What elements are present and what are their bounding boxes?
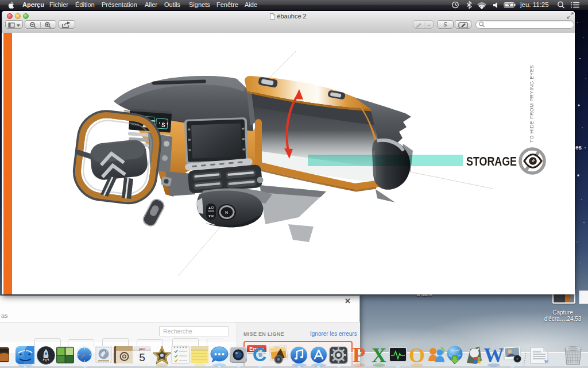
svg-text:TO HIDE FROM PRYING EYES: TO HIDE FROM PRYING EYES: [529, 65, 535, 143]
svg-text:▼R: ▼R: [208, 214, 214, 218]
svg-text:STORAGE: STORAGE: [466, 154, 517, 168]
svg-text:'S': 'S': [157, 121, 169, 129]
svg-text:▲D: ▲D: [208, 206, 214, 209]
svg-text:w: w: [544, 358, 548, 364]
svg-text:5: 5: [139, 351, 145, 363]
svg-text:juin: juin: [138, 347, 145, 351]
svg-text:N: N: [225, 210, 228, 214]
svg-text:P: P: [353, 343, 366, 367]
